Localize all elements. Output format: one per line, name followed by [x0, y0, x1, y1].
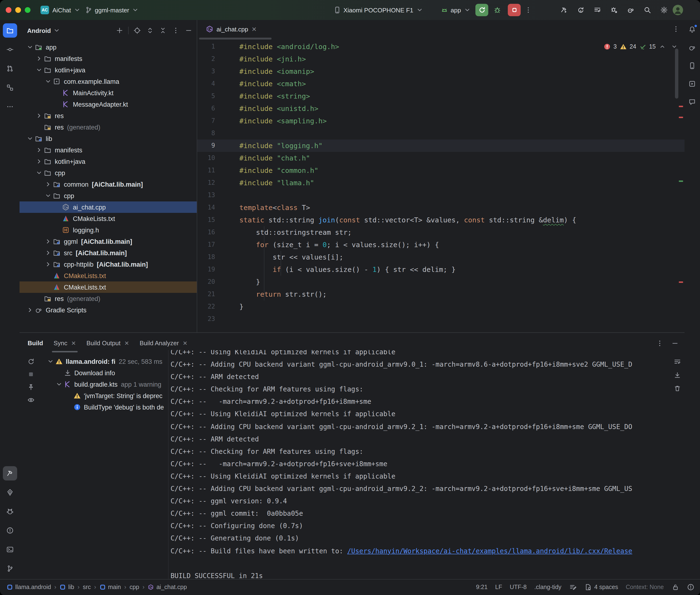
- code-line-16[interactable]: 16 std::ostringstream str;: [197, 226, 684, 238]
- code-line-17[interactable]: 17 for (size_t i = 0; i < values.size();…: [197, 238, 684, 251]
- error-stripe-mark[interactable]: [678, 106, 683, 107]
- attach-debugger-icon[interactable]: [609, 5, 619, 15]
- close-tab-icon[interactable]: ✕: [252, 26, 257, 33]
- tree-item-common[interactable]: common[AiChat.lib.main]: [20, 178, 197, 190]
- build-options-kebab-icon[interactable]: [656, 339, 663, 347]
- collapse-all-icon[interactable]: [159, 26, 167, 35]
- scroll-to-end-icon[interactable]: [673, 371, 681, 379]
- indentation-widget[interactable]: 4 spaces: [584, 583, 618, 591]
- code-line-13[interactable]: 13: [197, 189, 684, 201]
- code-line-22[interactable]: 22 }: [197, 300, 684, 313]
- lock-icon[interactable]: [671, 583, 679, 591]
- error-stripe-mark[interactable]: [678, 117, 683, 118]
- hide-icon[interactable]: [184, 26, 193, 35]
- error-stripe-mark[interactable]: [678, 281, 683, 283]
- sync-project-icon[interactable]: A: [576, 5, 585, 15]
- build-hammer-icon[interactable]: [3, 466, 17, 480]
- pull-requests-icon[interactable]: [3, 61, 17, 76]
- code-style-widget[interactable]: .clang-tidy: [534, 584, 561, 591]
- tree-item-logging-h[interactable]: logging.h: [20, 224, 197, 236]
- tree-item-kotlin-java[interactable]: kotlin+java: [20, 64, 197, 76]
- code-line-21[interactable]: 21 return str.str();: [197, 288, 684, 300]
- terminal-icon[interactable]: [3, 542, 17, 557]
- code-line-4[interactable]: 4 #include <cmath>: [197, 77, 684, 90]
- close-window-button[interactable]: [6, 7, 11, 13]
- tree-item-ai-chat-cpp[interactable]: C ai_chat.cpp: [20, 201, 197, 213]
- tree-item-cmakelists-txt[interactable]: CMakeLists.txt: [20, 270, 197, 281]
- locate-icon[interactable]: [133, 26, 141, 35]
- code-line-20[interactable]: 20 }: [197, 276, 684, 288]
- breadcrumb-ai-chat-cpp[interactable]: Cai_chat.cpp: [148, 584, 187, 591]
- tree-item-manifests[interactable]: manifests: [20, 53, 197, 64]
- line-separator-widget[interactable]: LF: [495, 584, 502, 591]
- avatar[interactable]: [672, 5, 683, 15]
- build-variants-icon[interactable]: [592, 5, 602, 15]
- build-tree-item-jvmtarget-string-is-deprec[interactable]: 'jvmTarget: String' is deprec: [20, 390, 168, 401]
- build-console[interactable]: C/C++: -- Using KleidiAI optimized kerne…: [168, 350, 684, 579]
- branch-selector[interactable]: ggml-master: [85, 0, 139, 20]
- tree-item-manifests[interactable]: manifests: [20, 144, 197, 156]
- tree-item-ggml[interactable]: ggml[AiChat.lib.main]: [20, 236, 197, 247]
- tree-item-cpp[interactable]: cpp: [20, 167, 197, 178]
- device-selector[interactable]: Xiaomi POCOPHONE F1: [333, 0, 423, 20]
- build-tree-item-download-info[interactable]: Download info: [20, 367, 168, 378]
- plus-icon[interactable]: [115, 26, 124, 35]
- notifications-bell-icon[interactable]: [686, 24, 698, 35]
- editor-scrollbar-thumb[interactable]: [675, 49, 678, 98]
- build-run-icon[interactable]: [559, 5, 568, 15]
- notifications-status-icon[interactable]: [687, 583, 694, 591]
- inspection-profile-icon[interactable]: [569, 583, 577, 591]
- breadcrumb-llama-android[interactable]: llama.android: [7, 584, 51, 591]
- breadcrumb-lib[interactable]: lib: [60, 584, 74, 591]
- project-view-selector[interactable]: Android: [27, 27, 60, 34]
- code-line-14[interactable]: 14 template<class T>: [197, 201, 684, 214]
- window-controls[interactable]: [6, 7, 30, 13]
- tree-item-mainactivity-kt[interactable]: MainActivity.kt: [20, 87, 197, 98]
- minimize-window-button[interactable]: [15, 7, 21, 13]
- hide-panel-icon[interactable]: [671, 339, 678, 347]
- code-line-12[interactable]: 12 #include "llama.h": [197, 176, 684, 189]
- expand-all-icon[interactable]: [146, 26, 155, 35]
- code-line-7[interactable]: 7 #include <sampling.h>: [197, 115, 684, 127]
- stop-app-button[interactable]: [508, 4, 521, 16]
- close-tab-icon[interactable]: ✕: [124, 340, 129, 346]
- code-line-5[interactable]: 5 #include <string>: [197, 90, 684, 102]
- search-everywhere-icon[interactable]: [642, 5, 652, 15]
- breadcrumb-main[interactable]: main: [100, 584, 121, 591]
- tree-item-src[interactable]: src[AiChat.lib.main]: [20, 247, 197, 259]
- project-selector[interactable]: AiChat: [52, 0, 81, 20]
- code-line-1[interactable]: 1 #include <android/log.h>: [197, 40, 684, 53]
- code-line-19[interactable]: 19 if (i < values.size() - 1) { str << d…: [197, 263, 684, 276]
- clear-all-icon[interactable]: [673, 384, 681, 392]
- change-stripe-mark[interactable]: [678, 180, 683, 182]
- build-tree-item-llama-android-fi[interactable]: llama.android: fi22 sec, 583 ms: [20, 356, 168, 367]
- editor-tab-ai-chat-cpp[interactable]: C ai_chat.cpp ✕: [201, 20, 261, 38]
- encoding-widget[interactable]: UTF-8: [510, 584, 527, 591]
- close-tab-icon[interactable]: ✕: [71, 340, 76, 346]
- code-line-18[interactable]: 18 str << values[i];: [197, 251, 684, 263]
- code-line-15[interactable]: 15 static std::string join(const std::ve…: [197, 214, 684, 226]
- gradle-sync-icon[interactable]: [626, 5, 635, 15]
- build-tree-item-buildtype-debug-is-both-de[interactable]: BuildType 'debug' is both de: [20, 401, 168, 413]
- code-area[interactable]: 1 #include <android/log.h> 2 #include <j…: [197, 40, 684, 332]
- run-more-menu[interactable]: [525, 0, 532, 20]
- build-tree-item-build-gradle-kts[interactable]: build.gradle.ktsapp 1 warning: [20, 378, 168, 390]
- code-line-23[interactable]: 23: [197, 313, 684, 325]
- run-config-selector[interactable]: app: [441, 0, 471, 20]
- tree-item-res[interactable]: res(generated): [20, 293, 197, 304]
- running-devices-icon[interactable]: [686, 78, 698, 89]
- structure-icon[interactable]: [3, 81, 17, 95]
- tree-item-cpp-httplib[interactable]: cpp-httplib[AiChat.lib.main]: [20, 259, 197, 270]
- code-line-10[interactable]: 10 #include "chat.h": [197, 152, 684, 164]
- close-tab-icon[interactable]: ✕: [183, 340, 188, 346]
- breadcrumb-cpp[interactable]: cpp: [130, 584, 139, 591]
- kebab-icon[interactable]: [171, 26, 180, 35]
- soft-wrap-icon[interactable]: [673, 358, 681, 366]
- project-folder-icon[interactable]: [3, 23, 17, 38]
- commit-icon[interactable]: [3, 42, 17, 57]
- code-line-6[interactable]: 6 #include <unistd.h>: [197, 102, 684, 115]
- tree-item-res[interactable]: res: [20, 110, 197, 121]
- assistant-icon[interactable]: [686, 96, 698, 108]
- build-tab-build-output[interactable]: Build Output✕: [86, 333, 129, 353]
- problems-icon[interactable]: [3, 523, 17, 537]
